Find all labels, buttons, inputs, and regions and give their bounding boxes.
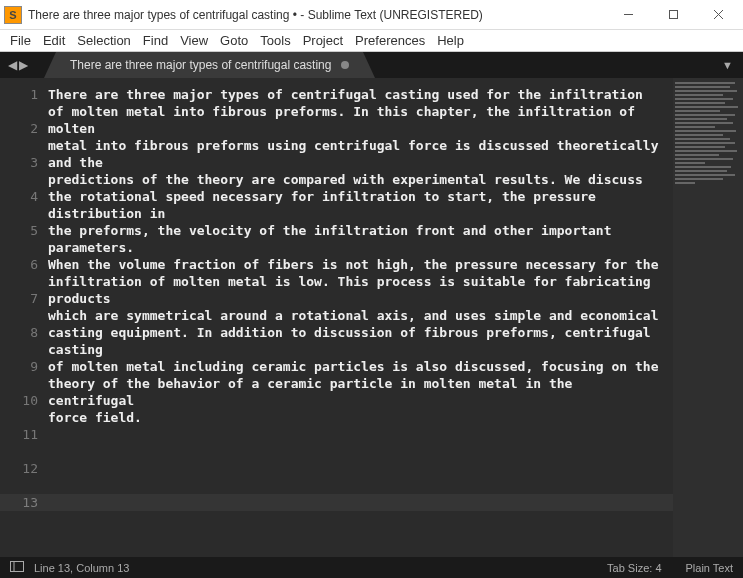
minimap-line <box>675 166 731 168</box>
svg-rect-1 <box>670 11 678 19</box>
minimap-line <box>675 114 735 116</box>
menu-file[interactable]: File <box>4 31 37 50</box>
minimap-line <box>675 158 733 160</box>
line-number: 8 <box>0 324 38 358</box>
minimap-line <box>675 106 738 108</box>
code-line[interactable]: of molten metal including ceramic partic… <box>48 358 663 375</box>
status-tabsize[interactable]: Tab Size: 4 <box>607 562 661 574</box>
line-number: 5 <box>0 222 38 256</box>
code-line[interactable]: the preforms, the velocity of the infilt… <box>48 222 663 256</box>
close-button[interactable] <box>696 1 741 29</box>
code-line[interactable]: of molten metal into fibrous preforms. I… <box>48 103 663 137</box>
menu-preferences[interactable]: Preferences <box>349 31 431 50</box>
window-title: There are three major types of centrifug… <box>28 8 606 22</box>
line-number: 12 <box>0 460 38 494</box>
line-number: 11 <box>0 426 38 460</box>
code-content[interactable]: There are three major types of centrifug… <box>48 78 743 557</box>
editor[interactable]: 12345678910111213 There are three major … <box>0 78 743 557</box>
code-line[interactable]: which are symmetrical around a rotationa… <box>48 307 663 324</box>
panel-switcher-icon[interactable] <box>10 561 24 574</box>
minimap-line <box>675 178 723 180</box>
maximize-button[interactable] <box>651 1 696 29</box>
menu-view[interactable]: View <box>174 31 214 50</box>
line-number: 13 <box>0 494 38 511</box>
line-number: 2 <box>0 120 38 154</box>
minimap-line <box>675 142 735 144</box>
nav-forward-icon[interactable]: ▶ <box>19 58 28 72</box>
gutter: 12345678910111213 <box>0 78 48 557</box>
code-line[interactable]: infiltration of molten metal is low. Thi… <box>48 273 663 307</box>
menu-goto[interactable]: Goto <box>214 31 254 50</box>
code-line[interactable]: casting equipment. In addition to discus… <box>48 324 663 358</box>
line-number: 7 <box>0 290 38 324</box>
line-number: 6 <box>0 256 38 290</box>
minimap-line <box>675 130 736 132</box>
minimap-line <box>675 118 727 120</box>
minimap-line <box>675 150 737 152</box>
line-number: 3 <box>0 154 38 188</box>
app-icon: S <box>4 6 22 24</box>
menubar: FileEditSelectionFindViewGotoToolsProjec… <box>0 30 743 52</box>
line-number: 4 <box>0 188 38 222</box>
menu-selection[interactable]: Selection <box>71 31 136 50</box>
code-line[interactable]: predictions of the theory are compared w… <box>48 171 663 188</box>
minimap[interactable] <box>673 78 743 557</box>
minimap-line <box>675 134 723 136</box>
menu-find[interactable]: Find <box>137 31 174 50</box>
svg-rect-4 <box>11 562 24 572</box>
line-number: 9 <box>0 358 38 392</box>
statusbar: Line 13, Column 13 Tab Size: 4 Plain Tex… <box>0 557 743 578</box>
file-tab[interactable]: There are three major types of centrifug… <box>56 52 363 78</box>
menu-project[interactable]: Project <box>297 31 349 50</box>
nav-arrows: ◀ ▶ <box>0 58 36 72</box>
status-position[interactable]: Line 13, Column 13 <box>34 562 583 574</box>
tab-dirty-indicator <box>341 61 349 69</box>
minimap-line <box>675 146 725 148</box>
minimap-line <box>675 126 715 128</box>
code-line[interactable]: There are three major types of centrifug… <box>48 86 663 103</box>
menu-edit[interactable]: Edit <box>37 31 71 50</box>
tab-title: There are three major types of centrifug… <box>70 58 331 72</box>
status-syntax[interactable]: Plain Text <box>686 562 734 574</box>
minimap-line <box>675 122 733 124</box>
code-line[interactable]: metal into fibrous preforms using centri… <box>48 137 663 171</box>
minimap-line <box>675 94 723 96</box>
code-line[interactable]: force field. <box>48 409 663 426</box>
titlebar: S There are three major types of centrif… <box>0 0 743 30</box>
nav-back-icon[interactable]: ◀ <box>8 58 17 72</box>
window-controls <box>606 1 741 29</box>
tab-dropdown-icon[interactable]: ▼ <box>712 59 743 71</box>
minimize-button[interactable] <box>606 1 651 29</box>
minimap-line <box>675 138 730 140</box>
minimap-line <box>675 102 725 104</box>
minimap-line <box>675 82 735 84</box>
minimap-line <box>675 174 735 176</box>
minimap-line <box>675 154 719 156</box>
line-number: 1 <box>0 86 38 120</box>
code-line[interactable]: When the volume fraction of fibers is no… <box>48 256 663 273</box>
line-number: 10 <box>0 392 38 426</box>
code-line[interactable]: theory of the behavior of a ceramic part… <box>48 375 663 409</box>
menu-tools[interactable]: Tools <box>254 31 296 50</box>
code-line[interactable]: the rotational speed necessary for infil… <box>48 188 663 222</box>
minimap-line <box>675 86 730 88</box>
minimap-line <box>675 110 720 112</box>
tab-bar: ◀ ▶ There are three major types of centr… <box>0 52 743 78</box>
menu-help[interactable]: Help <box>431 31 470 50</box>
minimap-line <box>675 90 737 92</box>
minimap-line <box>675 162 705 164</box>
minimap-line <box>675 170 727 172</box>
minimap-line <box>675 182 695 184</box>
minimap-line <box>675 98 733 100</box>
